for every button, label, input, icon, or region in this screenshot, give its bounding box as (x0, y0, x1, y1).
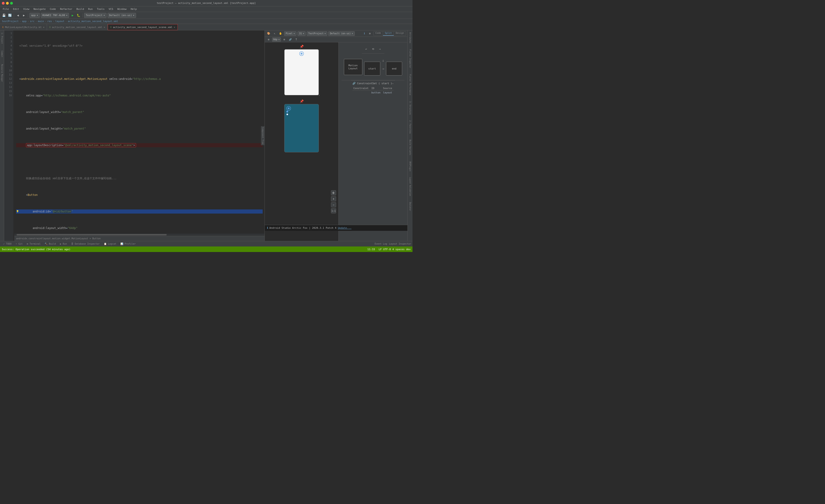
device-dropdown[interactable]: HUAWEI TNY-AL00 ▾ (41, 13, 69, 18)
settings-icon[interactable]: ⚙ (367, 31, 372, 36)
motion-layout-box[interactable]: MotionLayout (344, 59, 362, 75)
design-tab-btn[interactable]: Design (394, 31, 406, 36)
edit-constraint-icon[interactable]: ✏ (392, 82, 394, 85)
menu-file[interactable]: File (1, 7, 11, 11)
testproject-dropdown[interactable]: TestProject▾ (307, 31, 327, 36)
editor-scrollbar[interactable] (14, 234, 265, 236)
code-editor[interactable]: 1 2 3 4 5 6 7 8 9 10 11 12 13 14 15 16 <… (4, 30, 265, 241)
scrollbar-thumb[interactable] (17, 234, 167, 235)
grid-icon[interactable]: ⊞ (282, 37, 287, 42)
menu-code[interactable]: Code (48, 7, 58, 11)
table-row[interactable]: button layout (353, 90, 394, 95)
api-dropdown[interactable]: 31▾ (297, 31, 306, 36)
tab-build-variants[interactable]: Build Variants (408, 139, 411, 156)
delete-button[interactable]: 🗑 (331, 190, 336, 195)
tab-git[interactable]: ⑂ Git (14, 242, 24, 246)
cross-button[interactable] (299, 51, 304, 56)
menu-build[interactable]: Build (75, 7, 86, 11)
breadcrumb-res[interactable]: res (48, 20, 52, 23)
zoom-in-button[interactable]: + (331, 196, 336, 201)
tab-close-1[interactable]: × (43, 26, 45, 28)
sidebar-commit[interactable]: Commit (0, 50, 3, 58)
window-controls[interactable] (2, 2, 13, 5)
text-icon[interactable]: T (294, 37, 299, 42)
menu-edit[interactable]: Edit (11, 7, 21, 11)
component-tree-label[interactable]: Component Tree (261, 126, 265, 146)
sidebar-project[interactable]: 1: Project (0, 32, 3, 45)
tab-database[interactable]: 🗄 Database Inspector (69, 242, 101, 246)
breadcrumb-root[interactable]: testProject (2, 20, 19, 23)
fit-button[interactable]: 1:1 (331, 208, 336, 213)
delete-transition[interactable]: → (378, 47, 383, 52)
tab-flutter-inspector[interactable]: Flutter Inspector (408, 48, 411, 69)
menu-run[interactable]: Run (86, 7, 95, 11)
forward-button[interactable]: ▶ (21, 13, 26, 18)
zoom-dropdown[interactable]: 0dp▾ (272, 37, 281, 41)
resize-handle[interactable]: ⤡ (318, 94, 320, 96)
breadcrumb-app[interactable]: app (22, 20, 26, 23)
tab-layout-validation[interactable]: Layout Validation (408, 176, 411, 197)
breadcrumb-src[interactable]: src (30, 20, 34, 23)
tab-layout-xml[interactable]: X activity_motion_second_layout.xml × (47, 24, 108, 30)
tab-logcat[interactable]: 📋 Logcat (102, 242, 118, 246)
save-button[interactable]: 💾 (1, 13, 6, 18)
update-link[interactable]: Update... (339, 227, 352, 230)
end-box[interactable]: end (386, 62, 402, 76)
sync-button[interactable]: 🔄 (7, 13, 12, 18)
back-button[interactable]: ◀ (15, 13, 20, 18)
app-dropdown[interactable]: app ▾ (29, 13, 40, 18)
tab-build[interactable]: 🔨 Build (43, 242, 58, 246)
menu-navigate[interactable]: Navigate (32, 7, 48, 11)
tab-run[interactable]: ▶ Run (58, 242, 69, 246)
code-line-5: android:layout_width="match_parent" (16, 110, 262, 114)
palette-icon[interactable]: 🎨 (266, 31, 271, 36)
cross-button-2[interactable] (286, 106, 291, 111)
code-content[interactable]: <?xml version="1.0" encoding="utf-8"?> <… (14, 30, 265, 241)
event-log[interactable]: Event Log (375, 243, 387, 245)
menu-vcs[interactable]: VCS (107, 7, 115, 11)
maximize-button[interactable] (10, 2, 13, 5)
tab-todo[interactable]: ✓ TODO (1, 242, 13, 246)
locale-dropdown[interactable]: Default (en-us) ▾ (107, 13, 136, 18)
layout-inspector[interactable]: Layout Inspector (389, 243, 411, 245)
panning-icon[interactable]: ✋ (278, 31, 283, 36)
breadcrumb-layout[interactable]: layout (55, 20, 64, 23)
add-transition[interactable]: ↩ (364, 47, 369, 52)
menu-tools[interactable]: Tools (95, 7, 106, 11)
zoom-to-fit[interactable]: ⊞ (266, 37, 271, 42)
menu-window[interactable]: Window (116, 7, 129, 11)
code-tab[interactable]: Code (374, 31, 383, 36)
zoom-out-button[interactable]: − (331, 202, 336, 207)
tab-favorites[interactable]: 2: Favorites (408, 119, 411, 135)
tab-smjplugin[interactable]: SMJPlugin (408, 160, 411, 172)
project-dropdown[interactable]: TestProject ▾ (84, 13, 106, 18)
tab-motionlayout-kt[interactable]: K MotionLayout2Activity.kt × (0, 24, 47, 30)
sidebar-resource[interactable]: Resource Manager (0, 63, 3, 83)
start-box[interactable]: start (364, 62, 380, 76)
breadcrumb-main[interactable]: main (38, 20, 44, 23)
tab-close-3[interactable]: × (174, 26, 175, 28)
tab-structure[interactable]: 3: Structure (408, 100, 411, 115)
pixel-dropdown[interactable]: Pixel▾ (284, 31, 297, 36)
tab-attributes[interactable]: Attributes (408, 31, 411, 44)
menu-refactor[interactable]: Refactor (58, 7, 74, 11)
split-tab[interactable]: Split (383, 31, 394, 36)
tab-terminal[interactable]: ⊞ Terminal (25, 242, 42, 246)
tab-close-2[interactable]: × (104, 26, 105, 28)
constraint-icon[interactable]: 🔗 (288, 37, 293, 42)
tab-emulator[interactable]: Emulator (408, 201, 411, 212)
tab-profiler[interactable]: 📊 Profiler (119, 242, 137, 246)
select-icon[interactable]: ↖ (272, 31, 277, 36)
menu-view[interactable]: View (21, 7, 31, 11)
edit-transition[interactable]: ⟲ (371, 47, 376, 52)
tab-flutter-perf[interactable]: Flutter Performance (408, 73, 411, 96)
info-icon[interactable]: ℹ (362, 31, 367, 36)
breadcrumb-file[interactable]: activity_motion_second_layout.xml (68, 20, 118, 23)
menu-help[interactable]: Help (129, 7, 139, 11)
run-button[interactable]: ▶ (70, 13, 75, 18)
tab-scene-xml[interactable]: X activity_motion_second_layout_scene.xm… (108, 24, 178, 30)
minimize-button[interactable] (6, 2, 9, 5)
close-button[interactable] (2, 2, 5, 5)
debug-button[interactable]: 🐛 (76, 13, 81, 18)
locale-dropdown2[interactable]: Default (en-us)▾ (328, 31, 355, 36)
